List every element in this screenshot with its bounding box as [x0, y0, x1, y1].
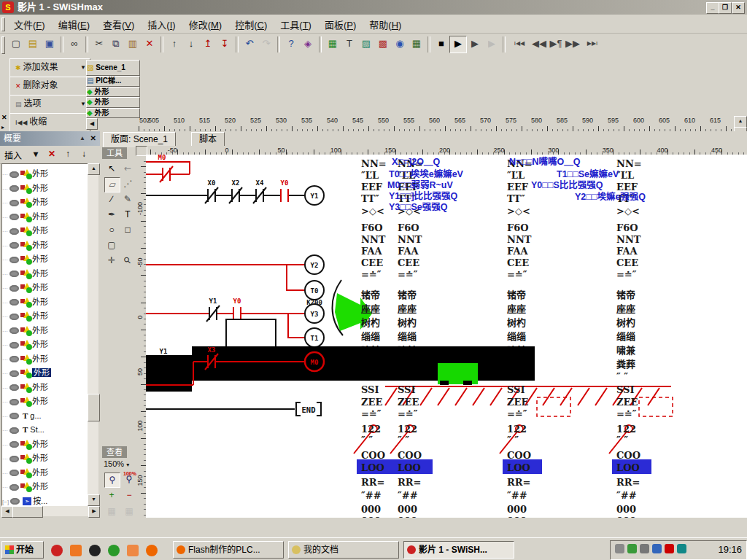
tool-reshape[interactable]: ⋰ [120, 177, 135, 191]
outline-item-shape[interactable]: ···外形 [2, 352, 89, 366]
outline-item-shape[interactable]: ···外形 [2, 252, 89, 266]
visibility-eye-icon[interactable] [9, 200, 19, 206]
find-button[interactable]: ∞ [66, 36, 83, 53]
play-timeline-button[interactable]: ▶ [466, 36, 484, 53]
frame-ruler[interactable]: 5025055105155205255305355405455505555605… [139, 116, 734, 133]
paste-button[interactable]: ▥ [124, 36, 142, 53]
tool-zoom[interactable]: ⚲ [117, 251, 138, 271]
play-effects-button[interactable]: ▶ [483, 36, 500, 53]
tray-volume-icon[interactable] [640, 544, 649, 553]
visibility-eye-icon[interactable] [9, 384, 19, 391]
outline-item-shape[interactable]: ···外形 [2, 480, 89, 494]
ladder-diagram[interactable]: M0X0X2X4Y0Y1Y2T0K200Y1Y0Y3T1Y1X3M0END [146, 155, 535, 416]
insert-scene-button[interactable]: ▦ [324, 36, 341, 53]
go-end-button[interactable]: ▶▶I [581, 36, 604, 53]
menu-item-panels[interactable]: 面板(P) [318, 15, 363, 34]
outline-item-shape[interactable]: ···外形 [2, 210, 89, 224]
view-zoom-tool[interactable]: ⚲ [104, 472, 120, 488]
outline-item-shape[interactable]: ···外形 [2, 381, 89, 394]
layer-row-shape1[interactable]: ◆ 外形 [86, 87, 140, 98]
raise-button[interactable]: ↑ [166, 36, 183, 53]
outline-item-shape[interactable]: ···外形 [2, 195, 89, 209]
menu-item-help[interactable]: 帮助(H) [363, 15, 408, 34]
visibility-eye-icon[interactable] [9, 214, 19, 220]
outline-hscroll-right-arrow[interactable]: ▶ [88, 506, 100, 518]
go-start-button[interactable]: I◀◀ [508, 36, 531, 53]
visibility-eye-icon[interactable] [9, 257, 19, 263]
outline-item-shape[interactable]: ···外形 [2, 338, 89, 351]
visibility-eye-icon[interactable] [9, 299, 19, 306]
task-my-documents[interactable]: 我的文档 [288, 541, 399, 559]
visibility-eye-icon[interactable] [9, 427, 19, 434]
menu-item-modify[interactable]: 修改(M) [182, 15, 229, 34]
black-beam[interactable] [192, 346, 535, 381]
insert-text-button[interactable]: T [341, 36, 358, 53]
restore-button[interactable]: ❐ [719, 2, 732, 14]
outline-item-shape[interactable]: ···外形 [2, 366, 89, 380]
outline-item-shape[interactable]: ···外形 [2, 394, 89, 408]
stage-canvas[interactable]: NN=″ĽLEEFTT″>◇<F6ONNTFAACEE=≐″锗帝座座树杓缁缁啸兼… [146, 155, 747, 518]
visibility-eye-icon[interactable] [9, 456, 19, 462]
menu-item-insert[interactable]: 插入(I) [141, 15, 182, 34]
tray-mouse-icon[interactable] [615, 544, 624, 553]
visibility-eye-icon[interactable] [9, 356, 19, 362]
visibility-eye-icon[interactable] [9, 285, 19, 292]
close-button[interactable]: ✕ [732, 2, 745, 14]
ql-sogou-icon[interactable] [51, 545, 63, 556]
view-snap-pixel[interactable]: ▦ [122, 505, 136, 518]
tray-camera-icon[interactable] [677, 544, 686, 553]
timeline-delete-object-button[interactable]: ✕删除对象 [9, 77, 90, 96]
tool-text[interactable]: T [120, 208, 135, 222]
visibility-eye-icon[interactable] [9, 441, 19, 448]
go-marker-button[interactable]: ▶¶ [547, 36, 565, 53]
visibility-eye-icon[interactable] [9, 185, 19, 192]
task-swish[interactable]: 影片 1 - SWiSH... [403, 541, 514, 559]
redo-button[interactable]: ↷ [258, 36, 275, 53]
delete-button[interactable]: ✕ [141, 36, 158, 53]
outline-hscroll-thumb[interactable] [12, 506, 43, 518]
ql-parrot-icon[interactable] [108, 545, 120, 556]
outline-hscrollbar[interactable]: ◀▶ [1, 506, 98, 516]
menu-item-view[interactable]: 查看(V) [96, 15, 141, 34]
visibility-eye-icon[interactable] [9, 370, 19, 377]
outline-insert-button[interactable]: 插入 [4, 149, 22, 161]
menu-item-file[interactable]: 文件(F) [7, 15, 52, 34]
outline-item-button[interactable]: [−]➣按... [2, 494, 89, 507]
outline-item-shape[interactable]: ···外形 [2, 182, 89, 195]
black-platform[interactable] [146, 355, 192, 392]
outline-item-text[interactable]: ···Tg... [2, 409, 89, 423]
outline-vscrollbar[interactable]: ▲▼ [88, 163, 98, 505]
outline-item-shape[interactable]: ···外形 [2, 295, 89, 309]
visibility-eye-icon[interactable] [9, 342, 19, 349]
outline-item-shape[interactable]: ···外形 [2, 324, 89, 338]
tool-pencil[interactable]: ✎ [120, 192, 135, 206]
insert-movie-button[interactable]: ▦ [408, 36, 425, 53]
outline-delete-item-button[interactable]: ✕ [45, 148, 58, 161]
view-zoom-out[interactable]: − [122, 489, 136, 502]
insert-image-button[interactable]: ▨ [357, 36, 375, 53]
tool-pen[interactable]: ✒ [104, 208, 119, 222]
outline-collapse-icon[interactable]: ▲ [80, 131, 85, 146]
outline-item-shape[interactable]: ···外形 [2, 438, 89, 451]
timeline-add-effect-button[interactable]: ✱添加效果 ▼ [9, 58, 90, 78]
context-help-button[interactable]: ? [282, 36, 300, 53]
play-button[interactable]: ▶ [449, 36, 467, 53]
bring-front-button[interactable]: ↥ [199, 36, 217, 53]
menu-item-tools[interactable]: 工具(T) [274, 15, 318, 34]
visibility-eye-icon[interactable] [9, 327, 19, 334]
outline-hscroll-left-arrow[interactable]: ◀ [1, 506, 13, 518]
start-button[interactable]: 开始 [1, 541, 44, 559]
tool-autoshape[interactable]: ▢ [104, 238, 119, 252]
outline-insert-menu-button[interactable]: ▾ [29, 148, 42, 161]
layer-row-shape3[interactable]: ◆ 外形 [86, 108, 140, 119]
ql-orange-box-icon[interactable] [127, 545, 139, 556]
tab-layout[interactable]: 版面: Scene_1 [103, 132, 176, 147]
menu-item-edit[interactable]: 编辑(E) [52, 15, 96, 34]
outline-close-icon[interactable]: ✕ [90, 131, 96, 146]
visibility-eye-icon[interactable] [9, 271, 19, 277]
outline-vscroll-up-arrow[interactable]: ▲ [88, 163, 100, 175]
outline-item-shape[interactable]: ···外形 [2, 267, 89, 281]
tool-subselect[interactable]: ↖ [117, 159, 138, 179]
copy-button[interactable]: ⧉ [107, 36, 125, 53]
stop-button[interactable]: ■ [433, 36, 450, 53]
